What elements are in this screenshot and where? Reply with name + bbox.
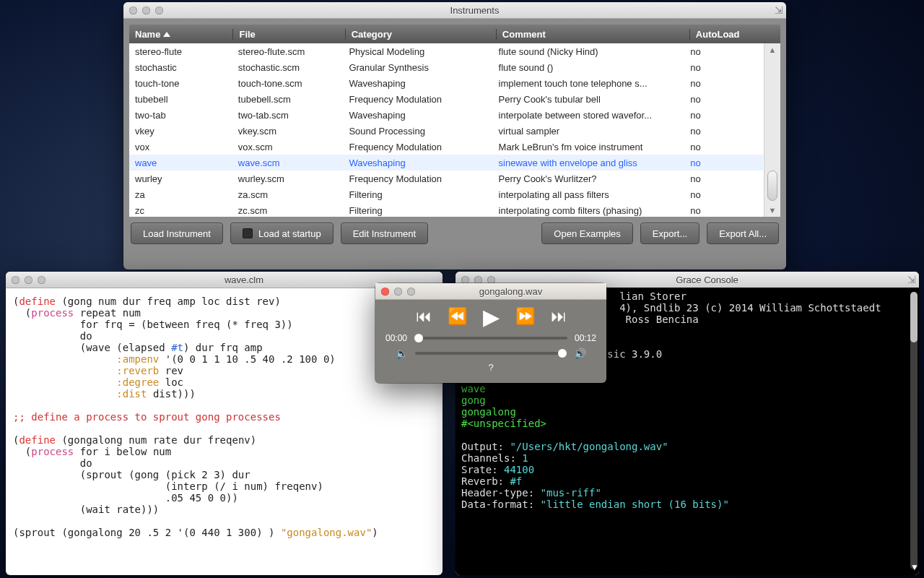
table-row[interactable]: zaza.scmFilteringinterpolating all pass … xyxy=(129,186,763,202)
cell-com: flute sound (Nicky Hind) xyxy=(493,46,685,57)
volume-slider[interactable] xyxy=(415,352,567,355)
zoom-icon[interactable] xyxy=(487,276,495,284)
table-row[interactable]: voxvox.scmFrequency ModulationMark LeBru… xyxy=(129,139,763,155)
scroll-down-icon[interactable]: ▼ xyxy=(910,562,919,572)
cell-com: interpolate between stored wavefor... xyxy=(493,110,685,121)
cell-name: wave xyxy=(129,158,232,168)
export-all-button[interactable]: Export All... xyxy=(707,223,779,244)
cell-cat: Sound Processing xyxy=(343,126,492,137)
fast-forward-icon[interactable]: ⏩ xyxy=(515,307,535,326)
cell-auto: no xyxy=(684,110,763,121)
cell-file: stereo-flute.scm xyxy=(232,46,344,57)
close-icon[interactable] xyxy=(461,276,469,284)
table-row[interactable]: vkeyvkey.scmSound Processingvirtual samp… xyxy=(129,123,763,139)
cell-auto: no xyxy=(684,62,763,73)
volume-thumb[interactable] xyxy=(558,349,567,358)
time-total: 00:12 xyxy=(575,333,596,343)
vertical-scrollbar[interactable]: ▼ xyxy=(907,292,918,569)
table-row[interactable]: touch-tonetouch-tone.scmWaveshapingimple… xyxy=(129,75,763,91)
volume-high-icon[interactable]: 🔊 xyxy=(574,348,586,359)
resize-icon[interactable]: ⇲ xyxy=(775,4,783,16)
time-elapsed: 00:00 xyxy=(385,333,407,343)
cell-name: touch-tone xyxy=(129,78,232,89)
load-instrument-button[interactable]: Load Instrument xyxy=(131,223,223,244)
column-comment[interactable]: Comment xyxy=(497,29,690,40)
cell-cat: Waveshaping xyxy=(343,78,492,89)
player-titlebar[interactable]: gongalong.wav xyxy=(375,283,606,300)
open-examples-button[interactable]: Open Examples xyxy=(541,223,633,244)
zoom-icon[interactable] xyxy=(155,7,163,14)
cell-file: tubebell.scm xyxy=(232,94,344,105)
table-row[interactable]: two-tabtwo-tab.scmWaveshapinginterpolate… xyxy=(129,107,763,123)
cell-cat: Filtering xyxy=(343,205,492,216)
scroll-track[interactable] xyxy=(764,56,780,204)
cell-auto: no xyxy=(684,126,763,137)
scroll-thumb[interactable] xyxy=(910,292,918,342)
table-row[interactable]: stochasticstochastic.scmGranular Synthes… xyxy=(129,59,763,75)
cell-name: vox xyxy=(129,142,232,152)
column-category[interactable]: Category xyxy=(346,29,497,40)
table-row[interactable]: tubebelltubebell.scmFrequency Modulation… xyxy=(129,91,763,107)
cell-auto: no xyxy=(684,189,763,200)
cell-file: two-tab.scm xyxy=(232,110,344,121)
load-at-startup-button[interactable]: Load at startup xyxy=(230,223,334,244)
play-icon[interactable]: ▶ xyxy=(483,304,500,329)
column-file[interactable]: File xyxy=(233,29,345,40)
cell-cat: Filtering xyxy=(343,189,492,200)
table-row[interactable]: zczc.scmFilteringinterpolating comb filt… xyxy=(129,202,763,217)
cell-com: flute sound () xyxy=(493,62,685,73)
close-icon[interactable] xyxy=(12,276,19,284)
scroll-up-icon[interactable]: ▲ xyxy=(764,43,780,56)
instruments-titlebar[interactable]: Instruments ⇲ xyxy=(123,2,786,19)
cell-name: stereo-flute xyxy=(129,46,232,57)
cell-cat: Waveshaping xyxy=(343,110,492,121)
table-row[interactable]: stereo-flutestereo-flute.scmPhysical Mod… xyxy=(129,43,763,59)
minimize-icon[interactable] xyxy=(394,288,402,296)
seek-slider[interactable] xyxy=(414,337,567,340)
cell-cat: Frequency Modulation xyxy=(343,94,492,105)
close-icon[interactable] xyxy=(129,7,137,14)
cell-com: virtual sampler xyxy=(493,126,685,137)
column-name[interactable]: Name xyxy=(129,29,233,40)
zoom-icon[interactable] xyxy=(38,276,45,284)
cell-com: interpolating comb filters (phasing) xyxy=(493,205,685,216)
scroll-down-icon[interactable]: ▼ xyxy=(764,204,780,217)
cell-com: Perry Cook's Wurlitzer? xyxy=(493,173,685,184)
transport-controls: ⏮ ⏪ ▶ ⏩ ⏭ xyxy=(375,300,606,333)
cell-name: two-tab xyxy=(129,110,232,121)
cell-cat: Waveshaping xyxy=(343,158,492,168)
vertical-scrollbar[interactable]: ▲ ▼ xyxy=(764,43,780,217)
minimize-icon[interactable] xyxy=(25,276,32,284)
resize-icon[interactable]: ⇲ xyxy=(907,274,916,285)
scroll-thumb[interactable] xyxy=(767,171,777,201)
cell-cat: Granular Synthesis xyxy=(343,62,492,73)
zoom-icon[interactable] xyxy=(407,288,415,296)
skip-back-icon[interactable]: ⏮ xyxy=(416,307,432,326)
edit-instrument-button[interactable]: Edit Instrument xyxy=(341,223,428,244)
minimize-icon[interactable] xyxy=(474,276,482,284)
cell-cat: Physical Modeling xyxy=(343,46,492,57)
table-row[interactable]: wurleywurley.scmFrequency ModulationPerr… xyxy=(129,171,763,186)
checkbox-icon[interactable] xyxy=(243,228,253,238)
cell-com: sinewave with envelope and gliss xyxy=(493,158,685,168)
help-button[interactable]: ? xyxy=(375,359,606,373)
table-body: stereo-flutestereo-flute.scmPhysical Mod… xyxy=(129,43,780,217)
window-title: gongalong.wav xyxy=(415,286,606,297)
volume-low-icon[interactable]: 🔈 xyxy=(396,348,408,359)
export-button[interactable]: Export... xyxy=(640,223,699,244)
seek-thumb[interactable] xyxy=(414,334,423,342)
close-icon[interactable] xyxy=(381,288,389,296)
table-row[interactable]: wavewave.scmWaveshapingsinewave with env… xyxy=(129,155,763,171)
cell-file: vkey.scm xyxy=(232,126,344,137)
minimize-icon[interactable] xyxy=(142,7,150,14)
column-autoload[interactable]: AutoLoad xyxy=(690,29,769,40)
rewind-icon[interactable]: ⏪ xyxy=(448,307,467,326)
cell-name: stochastic xyxy=(129,62,232,73)
audio-player-window: gongalong.wav ⏮ ⏪ ▶ ⏩ ⏭ 00:00 00:12 🔈 🔊 … xyxy=(375,283,606,383)
cell-file: wave.scm xyxy=(232,158,344,168)
cell-auto: no xyxy=(684,78,763,89)
skip-forward-icon[interactable]: ⏭ xyxy=(551,307,567,326)
cell-cat: Frequency Modulation xyxy=(343,142,492,152)
cell-name: zc xyxy=(129,205,232,216)
window-title: Instruments xyxy=(163,5,786,16)
